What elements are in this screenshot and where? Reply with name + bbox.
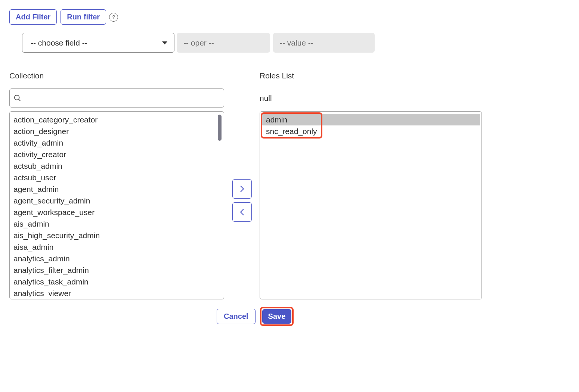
svg-point-0 — [15, 95, 19, 100]
list-item[interactable]: agent_security_admin — [13, 195, 222, 206]
list-item[interactable]: actsub_user — [13, 172, 222, 183]
list-item[interactable]: admin — [262, 114, 321, 125]
collection-search-wrap — [9, 88, 224, 108]
list-item[interactable]: snc_read_only — [262, 125, 321, 137]
dual-list-section: Collection action_category_creatoraction… — [9, 71, 570, 299]
roles-list-label: Roles List — [260, 71, 482, 80]
save-highlight-annotation: Save — [260, 307, 294, 326]
run-filter-button[interactable]: Run filter — [61, 9, 106, 25]
collection-column: Collection action_category_creatoraction… — [9, 71, 224, 299]
chevron-right-icon — [239, 185, 245, 193]
value-placeholder: -- value -- — [280, 38, 313, 47]
save-button[interactable]: Save — [262, 309, 292, 324]
list-item[interactable]: actsub_admin — [13, 160, 222, 172]
list-item[interactable]: action_designer — [13, 125, 222, 137]
operator-dropdown[interactable]: -- oper -- — [177, 33, 270, 53]
move-right-button[interactable] — [232, 179, 252, 199]
chevron-left-icon — [239, 208, 245, 216]
collection-search-input[interactable] — [22, 93, 220, 103]
transfer-arrows — [224, 101, 260, 299]
list-item[interactable]: aisa_admin — [13, 241, 222, 253]
help-icon[interactable]: ? — [109, 13, 118, 22]
filter-condition-row: -- choose field -- -- oper -- -- value -… — [22, 33, 570, 53]
search-icon — [13, 94, 22, 102]
roles-listbox[interactable]: adminsnc_read_only — [260, 111, 482, 299]
collection-listbox[interactable]: action_category_creatoraction_designerac… — [9, 111, 224, 299]
scrollbar-thumb[interactable] — [218, 115, 222, 141]
collection-label: Collection — [9, 71, 224, 80]
roles-highlight-annotation: adminsnc_read_only — [261, 112, 322, 139]
move-left-button[interactable] — [232, 202, 252, 222]
add-filter-button[interactable]: Add Filter — [9, 9, 57, 25]
cancel-button[interactable]: Cancel — [217, 309, 256, 324]
list-item[interactable]: analytics_admin — [13, 253, 222, 264]
operator-placeholder: -- oper -- — [183, 38, 214, 47]
filter-toolbar: Add Filter Run filter ? — [9, 9, 570, 25]
roles-null-text: null — [260, 88, 482, 108]
list-item[interactable]: ais_admin — [13, 218, 222, 230]
roles-column: Roles List null adminsnc_read_only — [260, 71, 482, 299]
choose-field-dropdown[interactable]: -- choose field -- — [22, 33, 174, 53]
list-item[interactable]: activity_creator — [13, 149, 222, 160]
svg-line-1 — [19, 99, 21, 101]
list-item[interactable]: analytics_filter_admin — [13, 264, 222, 276]
list-item[interactable]: action_category_creator — [13, 114, 222, 125]
chevron-down-icon — [162, 41, 167, 44]
value-input[interactable]: -- value -- — [273, 33, 375, 53]
list-item[interactable]: agent_admin — [13, 183, 222, 195]
list-item[interactable]: analytics_viewer — [13, 287, 222, 297]
list-item[interactable]: activity_admin — [13, 137, 222, 149]
list-item[interactable]: agent_workspace_user — [13, 206, 222, 218]
list-item[interactable]: ais_high_security_admin — [13, 230, 222, 241]
list-item[interactable]: analytics_task_admin — [13, 276, 222, 287]
choose-field-placeholder: -- choose field -- — [31, 38, 87, 47]
dialog-footer: Cancel Save — [217, 307, 570, 326]
